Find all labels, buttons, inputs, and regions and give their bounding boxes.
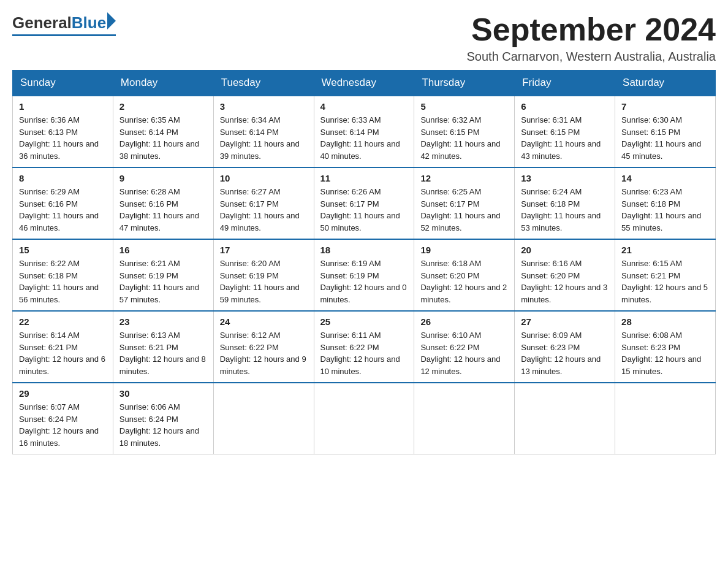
header-tuesday: Tuesday bbox=[213, 71, 314, 96]
table-row: 9 Sunrise: 6:28 AM Sunset: 6:16 PM Dayli… bbox=[113, 167, 213, 239]
day-info: Sunrise: 6:14 AM Sunset: 6:21 PM Dayligh… bbox=[19, 329, 107, 377]
day-number: 11 bbox=[320, 173, 408, 183]
calendar-week-row: 15 Sunrise: 6:22 AM Sunset: 6:18 PM Dayl… bbox=[13, 239, 716, 311]
day-number: 22 bbox=[19, 316, 107, 327]
table-row: 10 Sunrise: 6:27 AM Sunset: 6:17 PM Dayl… bbox=[213, 167, 314, 239]
table-row bbox=[515, 383, 615, 454]
table-row bbox=[615, 383, 716, 454]
table-row: 25 Sunrise: 6:11 AM Sunset: 6:22 PM Dayl… bbox=[314, 311, 414, 383]
table-row: 4 Sunrise: 6:33 AM Sunset: 6:14 PM Dayli… bbox=[314, 96, 414, 167]
logo-underline bbox=[12, 34, 116, 36]
day-info: Sunrise: 6:24 AM Sunset: 6:18 PM Dayligh… bbox=[521, 186, 609, 234]
day-info: Sunrise: 6:12 AM Sunset: 6:22 PM Dayligh… bbox=[220, 329, 308, 377]
header-friday: Friday bbox=[515, 71, 615, 96]
table-row: 3 Sunrise: 6:34 AM Sunset: 6:14 PM Dayli… bbox=[213, 96, 314, 167]
header-wednesday: Wednesday bbox=[314, 71, 414, 96]
day-info: Sunrise: 6:34 AM Sunset: 6:14 PM Dayligh… bbox=[220, 114, 308, 162]
day-info: Sunrise: 6:08 AM Sunset: 6:23 PM Dayligh… bbox=[621, 329, 709, 377]
weekday-header-row: Sunday Monday Tuesday Wednesday Thursday… bbox=[13, 71, 716, 96]
day-info: Sunrise: 6:30 AM Sunset: 6:15 PM Dayligh… bbox=[621, 114, 709, 162]
day-number: 30 bbox=[119, 388, 207, 399]
table-row: 14 Sunrise: 6:23 AM Sunset: 6:18 PM Dayl… bbox=[615, 167, 716, 239]
day-info: Sunrise: 6:35 AM Sunset: 6:14 PM Dayligh… bbox=[119, 114, 207, 162]
table-row: 20 Sunrise: 6:16 AM Sunset: 6:20 PM Dayl… bbox=[515, 239, 615, 311]
table-row: 24 Sunrise: 6:12 AM Sunset: 6:22 PM Dayl… bbox=[213, 311, 314, 383]
day-number: 27 bbox=[521, 316, 609, 327]
table-row: 5 Sunrise: 6:32 AM Sunset: 6:15 PM Dayli… bbox=[414, 96, 515, 167]
table-row: 15 Sunrise: 6:22 AM Sunset: 6:18 PM Dayl… bbox=[13, 239, 113, 311]
day-number: 26 bbox=[420, 316, 508, 327]
table-row: 26 Sunrise: 6:10 AM Sunset: 6:22 PM Dayl… bbox=[414, 311, 515, 383]
day-number: 5 bbox=[420, 101, 508, 112]
day-number: 21 bbox=[621, 245, 709, 255]
table-row: 28 Sunrise: 6:08 AM Sunset: 6:23 PM Dayl… bbox=[615, 311, 716, 383]
day-number: 15 bbox=[19, 245, 107, 255]
day-number: 20 bbox=[521, 245, 609, 255]
day-number: 16 bbox=[119, 245, 207, 255]
day-info: Sunrise: 6:23 AM Sunset: 6:18 PM Dayligh… bbox=[621, 186, 709, 234]
header-sunday: Sunday bbox=[13, 71, 113, 96]
day-number: 2 bbox=[119, 101, 207, 112]
day-number: 10 bbox=[220, 173, 308, 183]
day-number: 17 bbox=[220, 245, 308, 255]
day-info: Sunrise: 6:25 AM Sunset: 6:17 PM Dayligh… bbox=[420, 186, 508, 234]
calendar-week-row: 22 Sunrise: 6:14 AM Sunset: 6:21 PM Dayl… bbox=[13, 311, 716, 383]
day-number: 3 bbox=[220, 101, 308, 112]
table-row: 6 Sunrise: 6:31 AM Sunset: 6:15 PM Dayli… bbox=[515, 96, 615, 167]
table-row: 22 Sunrise: 6:14 AM Sunset: 6:21 PM Dayl… bbox=[13, 311, 113, 383]
day-number: 7 bbox=[621, 101, 709, 112]
table-row: 23 Sunrise: 6:13 AM Sunset: 6:21 PM Dayl… bbox=[113, 311, 213, 383]
day-info: Sunrise: 6:07 AM Sunset: 6:24 PM Dayligh… bbox=[19, 401, 107, 449]
day-number: 4 bbox=[320, 101, 408, 112]
day-info: Sunrise: 6:29 AM Sunset: 6:16 PM Dayligh… bbox=[19, 186, 107, 234]
calendar-week-row: 29 Sunrise: 6:07 AM Sunset: 6:24 PM Dayl… bbox=[13, 383, 716, 454]
day-number: 24 bbox=[220, 316, 308, 327]
logo-blue-text: Blue bbox=[72, 13, 106, 33]
day-number: 13 bbox=[521, 173, 609, 183]
title-section: September 2024 South Carnarvon, Western … bbox=[466, 12, 716, 64]
table-row: 2 Sunrise: 6:35 AM Sunset: 6:14 PM Dayli… bbox=[113, 96, 213, 167]
calendar-week-row: 1 Sunrise: 6:36 AM Sunset: 6:13 PM Dayli… bbox=[13, 96, 716, 167]
day-info: Sunrise: 6:32 AM Sunset: 6:15 PM Dayligh… bbox=[420, 114, 508, 162]
day-info: Sunrise: 6:16 AM Sunset: 6:20 PM Dayligh… bbox=[521, 258, 609, 305]
day-number: 6 bbox=[521, 101, 609, 112]
table-row bbox=[414, 383, 515, 454]
day-info: Sunrise: 6:11 AM Sunset: 6:22 PM Dayligh… bbox=[320, 329, 408, 377]
day-number: 8 bbox=[19, 173, 107, 183]
calendar-week-row: 8 Sunrise: 6:29 AM Sunset: 6:16 PM Dayli… bbox=[13, 167, 716, 239]
day-number: 1 bbox=[19, 101, 107, 112]
table-row: 17 Sunrise: 6:20 AM Sunset: 6:19 PM Dayl… bbox=[213, 239, 314, 311]
day-info: Sunrise: 6:31 AM Sunset: 6:15 PM Dayligh… bbox=[521, 114, 609, 162]
header-monday: Monday bbox=[113, 71, 213, 96]
day-info: Sunrise: 6:28 AM Sunset: 6:16 PM Dayligh… bbox=[119, 186, 207, 234]
logo: General Blue bbox=[12, 12, 116, 36]
day-number: 9 bbox=[119, 173, 207, 183]
day-info: Sunrise: 6:15 AM Sunset: 6:21 PM Dayligh… bbox=[621, 258, 709, 305]
header-saturday: Saturday bbox=[615, 71, 716, 96]
day-number: 23 bbox=[119, 316, 207, 327]
logo-blue-part: Blue bbox=[72, 12, 116, 33]
day-info: Sunrise: 6:19 AM Sunset: 6:19 PM Dayligh… bbox=[320, 258, 408, 305]
day-info: Sunrise: 6:10 AM Sunset: 6:22 PM Dayligh… bbox=[420, 329, 508, 377]
day-number: 14 bbox=[621, 173, 709, 183]
day-info: Sunrise: 6:33 AM Sunset: 6:14 PM Dayligh… bbox=[320, 114, 408, 162]
day-number: 12 bbox=[420, 173, 508, 183]
day-info: Sunrise: 6:27 AM Sunset: 6:17 PM Dayligh… bbox=[220, 186, 308, 234]
day-info: Sunrise: 6:36 AM Sunset: 6:13 PM Dayligh… bbox=[19, 114, 107, 162]
day-info: Sunrise: 6:21 AM Sunset: 6:19 PM Dayligh… bbox=[119, 258, 207, 305]
table-row: 29 Sunrise: 6:07 AM Sunset: 6:24 PM Dayl… bbox=[13, 383, 113, 454]
table-row: 12 Sunrise: 6:25 AM Sunset: 6:17 PM Dayl… bbox=[414, 167, 515, 239]
day-info: Sunrise: 6:26 AM Sunset: 6:17 PM Dayligh… bbox=[320, 186, 408, 234]
table-row bbox=[213, 383, 314, 454]
day-number: 18 bbox=[320, 245, 408, 255]
table-row bbox=[314, 383, 414, 454]
table-row: 18 Sunrise: 6:19 AM Sunset: 6:19 PM Dayl… bbox=[314, 239, 414, 311]
table-row: 27 Sunrise: 6:09 AM Sunset: 6:23 PM Dayl… bbox=[515, 311, 615, 383]
table-row: 8 Sunrise: 6:29 AM Sunset: 6:16 PM Dayli… bbox=[13, 167, 113, 239]
logo-general-text: General bbox=[12, 13, 72, 33]
table-row: 19 Sunrise: 6:18 AM Sunset: 6:20 PM Dayl… bbox=[414, 239, 515, 311]
calendar-table: Sunday Monday Tuesday Wednesday Thursday… bbox=[12, 70, 716, 454]
day-number: 25 bbox=[320, 316, 408, 327]
day-info: Sunrise: 6:13 AM Sunset: 6:21 PM Dayligh… bbox=[119, 329, 207, 377]
month-title: September 2024 bbox=[466, 12, 716, 47]
